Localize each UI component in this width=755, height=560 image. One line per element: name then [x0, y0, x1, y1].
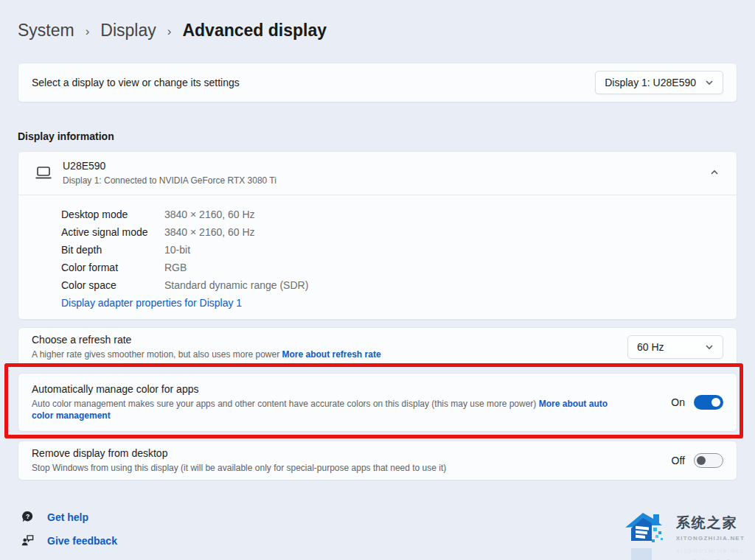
section-title: Display information — [18, 130, 737, 142]
display-selector-label: Select a display to view or change its s… — [32, 77, 240, 88]
give-feedback-link[interactable]: Give feedback — [21, 533, 117, 547]
refresh-rate-description-text: A higher rate gives smoother motion, but… — [32, 349, 279, 360]
laptop-icon — [35, 166, 52, 181]
watermark-reflection-name: 系统之家 — [676, 556, 745, 560]
display-info-card: U28E590 Display 1: Connected to NVIDIA G… — [18, 151, 737, 320]
detail-value: 3840 × 2160, 60 Hz — [164, 223, 723, 241]
detail-row-color-space: Color space Standard dynamic range (SDR) — [61, 276, 723, 294]
detail-value: 3840 × 2160, 60 Hz — [164, 206, 723, 223]
get-help-icon: ? — [21, 510, 35, 524]
breadcrumb-separator: › — [167, 23, 172, 39]
auto-color-title: Automatically manage color for apps — [32, 383, 622, 395]
auto-color-toggle[interactable] — [694, 395, 723, 410]
detail-label: Bit depth — [61, 241, 164, 259]
auto-color-annotated-region: Automatically manage color for apps Auto… — [18, 373, 737, 432]
chevron-down-icon — [705, 78, 714, 87]
chevron-up-icon — [710, 168, 719, 177]
settings-page: System › Display › Advanced display Sele… — [0, 0, 755, 547]
get-help-label: Get help — [47, 511, 88, 523]
detail-value: RGB — [164, 259, 723, 276]
remove-display-toggle-label: Off — [672, 455, 685, 466]
auto-color-card: Automatically manage color for apps Auto… — [18, 373, 737, 432]
display-adapter-properties-link[interactable]: Display adapter properties for Display 1 — [61, 295, 242, 310]
display-selector-value: Display 1: U28E590 — [605, 77, 696, 88]
detail-label: Color format — [61, 259, 164, 276]
detail-label: Active signal mode — [61, 223, 164, 241]
give-feedback-label: Give feedback — [47, 535, 117, 547]
remove-display-card: Remove display from desktop Stop Windows… — [18, 441, 737, 480]
detail-row-color-format: Color format RGB — [61, 259, 723, 276]
auto-color-description-text: Auto color management makes sure your ap… — [32, 399, 536, 409]
watermark-reflection-url: XITONGZHIJIA.NET — [676, 547, 745, 554]
detail-value: Standard dynamic range (SDR) — [164, 276, 723, 294]
site-watermark: 系统之家 XITONGZHIJIA.NET — [624, 508, 745, 547]
remove-display-description: Stop Windows from using this display (it… — [32, 462, 446, 474]
get-help-link[interactable]: ? Get help — [21, 510, 88, 524]
toggle-knob — [697, 456, 706, 465]
auto-color-description: Auto color management makes sure your ap… — [32, 398, 622, 421]
remove-display-title: Remove display from desktop — [32, 447, 446, 459]
breadcrumb-separator: › — [86, 23, 90, 39]
display-selector-card: Select a display to view or change its s… — [18, 63, 737, 102]
more-about-refresh-rate-link[interactable]: More about refresh rate — [282, 349, 381, 360]
detail-row-bit-depth: Bit depth 10-bit — [61, 241, 723, 259]
site-logo — [624, 508, 669, 547]
display-info-header[interactable]: U28E590 Display 1: Connected to NVIDIA G… — [18, 152, 737, 195]
display-selector-dropdown[interactable]: Display 1: U28E590 — [595, 71, 723, 94]
display-name: U28E590 — [63, 160, 276, 172]
breadcrumb: System › Display › Advanced display — [18, 21, 737, 41]
refresh-rate-dropdown[interactable]: 60 Hz — [627, 335, 723, 359]
detail-label: Color space — [61, 276, 164, 294]
svg-text:?: ? — [26, 513, 29, 520]
detail-label: Desktop mode — [61, 206, 164, 223]
page-title: Advanced display — [182, 21, 327, 41]
collapse-button[interactable] — [706, 162, 723, 184]
feedback-icon — [21, 533, 35, 547]
refresh-rate-description: A higher rate gives smoother motion, but… — [32, 349, 381, 360]
toggle-knob — [711, 398, 720, 407]
refresh-rate-value: 60 Hz — [637, 341, 664, 353]
watermark-site-url: XITONGZHIJIA.NET — [676, 535, 745, 542]
remove-display-toggle[interactable] — [694, 453, 723, 468]
detail-row-active-signal-mode: Active signal mode 3840 × 2160, 60 Hz — [61, 223, 723, 241]
auto-color-toggle-label: On — [671, 396, 685, 408]
watermark-site-name: 系统之家 — [676, 514, 745, 533]
refresh-rate-title: Choose a refresh rate — [32, 334, 381, 346]
display-details: Desktop mode 3840 × 2160, 60 Hz Active s… — [18, 195, 737, 319]
breadcrumb-display[interactable]: Display — [100, 21, 156, 41]
chevron-down-icon — [705, 343, 714, 351]
refresh-rate-card: Choose a refresh rate A higher rate give… — [18, 327, 737, 367]
detail-value: 10-bit — [164, 241, 723, 259]
display-connection: Display 1: Connected to NVIDIA GeForce R… — [63, 175, 276, 186]
detail-row-desktop-mode: Desktop mode 3840 × 2160, 60 Hz — [61, 206, 723, 223]
breadcrumb-system[interactable]: System — [18, 21, 74, 41]
